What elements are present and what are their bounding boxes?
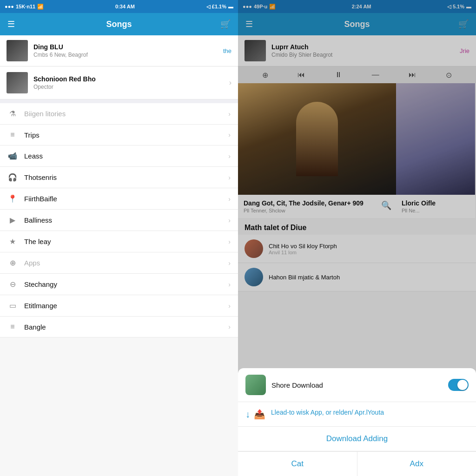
menu-chevron-9: › xyxy=(228,302,231,310)
modal-item-thumb xyxy=(245,375,266,395)
menu-chevron-6: › xyxy=(228,238,231,245)
song-thumb-1 xyxy=(7,72,28,93)
left-panel: ●●● 15K·n11 📶 0:34 AM ◁ £1.1% ▬ ☰ Songs … xyxy=(0,0,238,476)
menu-item-4[interactable]: 📍 FiirthBaifle › xyxy=(0,188,238,210)
song-art-1 xyxy=(7,72,28,93)
menu-chevron-3: › xyxy=(228,174,231,181)
menu-icon-4: 📍 xyxy=(7,194,18,203)
left-header: ☰ Songs 🛒 xyxy=(0,13,238,35)
menu-icon-1: ≡ xyxy=(7,131,18,139)
modal-footer: Cat Adx xyxy=(238,451,476,476)
toggle-knob xyxy=(457,380,468,390)
modal-overlay: Shore Download ↓ 📤 Llead-to wisk App, or… xyxy=(238,0,476,476)
menu-item-5[interactable]: ▶ Balliness › xyxy=(0,210,238,231)
menu-label-1: Trips xyxy=(24,131,222,139)
menu-item-9[interactable]: ▭ Etitlmange › xyxy=(0,295,238,317)
menu-chevron-1: › xyxy=(228,131,231,139)
modal-footer-btn-cancel[interactable]: Cat xyxy=(238,451,357,476)
menu-chevron-8: › xyxy=(228,281,231,288)
song-info-1: Schonioon Red Bho Opector xyxy=(33,75,224,90)
menu-item-3[interactable]: 🎧 Thotsenris › xyxy=(0,167,238,188)
menu-chevron-7: › xyxy=(228,259,231,267)
menu-chevron-5: › xyxy=(228,217,231,224)
menu-item-8[interactable]: ⊖ Stechangy › xyxy=(0,274,238,295)
menu-label-5: Balliness xyxy=(24,216,222,224)
modal-sheet: Shore Download ↓ 📤 Llead-to wisk App, or… xyxy=(238,368,476,476)
left-header-title: Songs xyxy=(106,20,132,29)
menu-label-9: Etitlmange xyxy=(24,302,222,310)
left-now-playing-sub: Cmbs 6 New, Beagrof xyxy=(33,52,218,58)
left-status-bar: ●●● 15K·n11 📶 0:34 AM ◁ £1.1% ▬ xyxy=(0,0,238,13)
menu-label-4: FiirthBaifle xyxy=(24,195,222,203)
left-now-playing-action[interactable]: the xyxy=(223,47,231,54)
menu-label-6: The leay xyxy=(24,238,222,245)
menu-label-10: Bangle xyxy=(24,323,222,331)
modal-download-row: ↓ 📤 Llead-to wisk App, or relden/ Apr.lY… xyxy=(238,402,476,427)
right-panel: ●●● 49P·u 📶 2:24 AM ◁ 5.1% ▬ ☰ Songs 🛒 L… xyxy=(238,0,476,476)
menu-icon-0: ⚗ xyxy=(7,109,18,118)
menu-chevron-10: › xyxy=(228,323,231,331)
menu-chevron-0: › xyxy=(228,110,231,118)
menu-icon-7: ⊕ xyxy=(7,258,18,267)
modal-footer-confirm-label: Adx xyxy=(410,459,423,468)
menu-label-8: Stechangy xyxy=(24,280,222,288)
menu-icon-5: ▶ xyxy=(7,216,18,225)
left-cart-icon[interactable]: 🛒 xyxy=(220,19,231,29)
menu-label-2: Leass xyxy=(24,152,222,160)
download-share-icon: 📤 xyxy=(254,409,265,420)
modal-toggle[interactable] xyxy=(448,379,469,391)
left-section-divider xyxy=(0,99,238,103)
modal-item-title: Shore Download xyxy=(271,381,443,389)
left-now-playing-title: Ding BLU xyxy=(33,43,218,51)
left-carrier: 15K·n11 xyxy=(16,4,35,9)
menu-chevron-4: › xyxy=(228,195,231,203)
menu-chevron-2: › xyxy=(228,152,231,160)
modal-footer-btn-confirm[interactable]: Adx xyxy=(357,451,476,476)
song-chevron-1: › xyxy=(229,79,231,87)
menu-label-0: Biigen litories xyxy=(24,110,222,118)
menu-label-3: Thotsenris xyxy=(24,173,222,181)
left-menu-list: ⚗ Biigen litories › ≡ Trips › 📹 Leass › … xyxy=(0,103,238,476)
modal-action-button[interactable]: Download Adding xyxy=(238,427,476,451)
left-wifi-icon: 📶 xyxy=(37,4,44,10)
left-battery: £1.1% xyxy=(212,4,226,9)
modal-action-label: Download Adding xyxy=(326,434,388,443)
menu-icon-2: 📹 xyxy=(7,152,18,160)
menu-icon-3: 🎧 xyxy=(7,173,18,182)
menu-label-7: Apps xyxy=(24,259,222,267)
song-item-1[interactable]: Schonioon Red Bho Opector › xyxy=(0,66,238,99)
menu-icon-10: ≡ xyxy=(7,323,18,331)
left-time: 0:34 AM xyxy=(115,4,135,9)
menu-item-7[interactable]: ⊕ Apps › xyxy=(0,252,238,274)
left-now-playing-info: Ding BLU Cmbs 6 New, Beagrof xyxy=(33,43,218,58)
menu-item-1[interactable]: ≡ Trips › xyxy=(0,125,238,145)
menu-item-6[interactable]: ★ The leay › xyxy=(0,231,238,252)
left-menu-icon[interactable]: ☰ xyxy=(7,19,15,29)
modal-download-text: Llead-to wisk App, or relden/ Apr.lYouta xyxy=(271,409,384,416)
left-now-playing[interactable]: Ding BLU Cmbs 6 New, Beagrof the xyxy=(0,35,238,66)
song-sub-1: Opector xyxy=(33,84,224,90)
menu-icon-6: ★ xyxy=(7,237,18,246)
left-now-playing-thumb xyxy=(7,40,28,61)
download-arrow-icon: ↓ xyxy=(245,409,250,420)
left-status-left: ●●● 15K·n11 📶 xyxy=(5,4,44,10)
menu-icon-8: ⊖ xyxy=(7,280,18,289)
modal-main-row: Shore Download xyxy=(238,368,476,402)
left-signal-dots: ●●● xyxy=(5,4,14,9)
menu-icon-9: ▭ xyxy=(7,301,18,310)
left-location-icon: ◁ xyxy=(206,4,210,10)
menu-item-0[interactable]: ⚗ Biigen litories › xyxy=(0,103,238,125)
menu-item-10[interactable]: ≡ Bangle › xyxy=(0,317,238,337)
left-status-right: ◁ £1.1% ▬ xyxy=(206,4,233,10)
song-title-1: Schonioon Red Bho xyxy=(33,75,224,83)
download-icons: ↓ 📤 xyxy=(245,409,265,420)
left-battery-icon: ▬ xyxy=(228,4,233,9)
left-now-playing-art xyxy=(7,40,28,61)
menu-item-2[interactable]: 📹 Leass › xyxy=(0,145,238,167)
modal-footer-cancel-label: Cat xyxy=(291,459,304,468)
